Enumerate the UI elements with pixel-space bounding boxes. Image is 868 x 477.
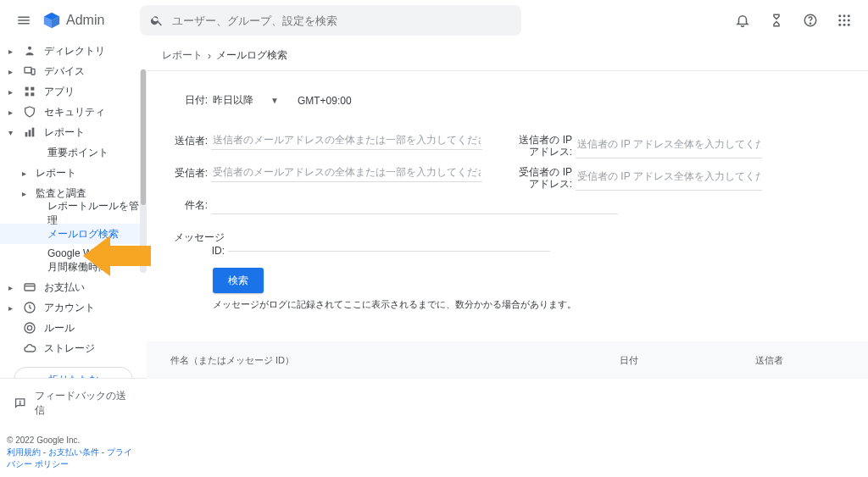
svg-point-4 — [848, 14, 850, 17]
search-input[interactable] — [172, 14, 511, 27]
recipient-label: 受信者: — [170, 163, 211, 182]
collapse-button[interactable]: 折りたたむ — [14, 367, 133, 378]
copyright: © 2022 Google Inc. — [7, 435, 140, 446]
sidebar-item-uptime[interactable]: Google Worksp の 月間稼働時間 — [0, 244, 147, 277]
search-bar[interactable] — [140, 5, 521, 36]
sidebar-item-apps[interactable]: ▸ アプリ — [0, 81, 147, 102]
sidebar-item-security[interactable]: ▸ セキュリティ — [0, 102, 147, 122]
sidebar-item-label: ディレクトリ — [44, 44, 105, 58]
svg-point-9 — [843, 24, 846, 26]
col-sender: 送信者 — [755, 354, 868, 367]
svg-point-6 — [843, 19, 846, 22]
svg-rect-17 — [31, 92, 34, 96]
sidebar-item-label: 監査と調査 — [36, 186, 86, 201]
sidebar-item-devices[interactable]: ▸ デバイス — [0, 61, 147, 81]
breadcrumb: レポート › メールログ検索 — [147, 41, 868, 71]
date-label: 日付: — [170, 90, 211, 111]
svg-point-11 — [28, 47, 31, 50]
sidebar-item-label: レポートルールを管理 — [47, 199, 147, 228]
sidebar-item-highlights[interactable]: 重要ポイント — [0, 142, 147, 163]
sidebar-item-label: Google Worksp の 月間稼働時間 — [47, 247, 131, 274]
shield-icon — [22, 105, 37, 119]
recipient-ip-label: 受信者の IP アドレス: — [516, 163, 576, 191]
svg-point-3 — [843, 14, 846, 17]
svg-rect-15 — [31, 87, 34, 91]
breadcrumb-item[interactable]: レポート — [162, 48, 203, 63]
svg-rect-12 — [25, 67, 31, 73]
hourglass-icon[interactable] — [760, 3, 793, 37]
sidebar-item-label: デバイス — [44, 64, 85, 79]
sender-label: 送信者: — [170, 130, 211, 150]
feedback-icon — [14, 397, 26, 410]
footer-link-billing-terms[interactable]: お支払い条件 — [48, 447, 99, 457]
account-icon — [22, 301, 37, 314]
svg-rect-16 — [25, 92, 29, 96]
search-form: 日付: 昨日以降 ▼ GMT+09:00 送信者: 送信者の IP アドレス: — [147, 71, 868, 311]
svg-point-1 — [810, 23, 810, 24]
svg-rect-19 — [29, 130, 31, 136]
bell-icon[interactable] — [726, 3, 760, 37]
col-subject: 件名（またはメッセージ ID） — [170, 354, 620, 367]
sidebar-item-label: 重要ポイント — [47, 146, 108, 160]
sidebar-nav: ▸ ディレクトリ ▸ デバイス ▸ アプリ ▸ セキュリティ ▾ — [0, 41, 147, 378]
svg-point-7 — [848, 19, 850, 22]
message-id-input[interactable] — [228, 232, 550, 252]
subject-input[interactable] — [211, 195, 618, 214]
svg-rect-18 — [25, 132, 28, 136]
devices-icon — [22, 64, 37, 78]
sidebar-item-label: レポート — [44, 125, 85, 140]
send-feedback-button[interactable]: フィードバックの送信 — [0, 378, 147, 428]
timezone-label: GMT+09:00 — [298, 95, 352, 107]
help-icon[interactable] — [793, 3, 827, 37]
sidebar-item-label: レポート — [36, 166, 76, 180]
sidebar-scrollbar[interactable] — [140, 69, 147, 273]
date-select[interactable]: 昨日以降 ▼ GMT+09:00 — [211, 90, 353, 111]
sidebar-footer: © 2022 Google Inc. 利用規約 - お支払い条件 - プライバシ… — [0, 428, 147, 477]
recipient-ip-input[interactable] — [576, 163, 762, 191]
sidebar-item-account[interactable]: ▸ アカウント — [0, 297, 147, 318]
admin-icon — [42, 11, 61, 30]
results-table-header: 件名（またはメッセージ ID） 日付 送信者 — [147, 341, 868, 379]
sidebar-item-reports[interactable]: ▾ レポート — [0, 122, 147, 142]
sidebar-item-storage[interactable]: ストレージ — [0, 338, 147, 358]
sidebar-item-label: メールログ検索 — [47, 227, 119, 241]
rules-icon — [22, 321, 37, 335]
sidebar-item-directory[interactable]: ▸ ディレクトリ — [0, 41, 147, 61]
product-logo[interactable]: Admin — [42, 11, 104, 30]
svg-point-10 — [848, 24, 850, 26]
date-value: 昨日以降 — [213, 93, 264, 108]
sidebar-item-reports-sub[interactable]: ▸ レポート — [0, 163, 147, 183]
sidebar-item-billing[interactable]: ▸ お支払い — [0, 277, 147, 297]
svg-rect-13 — [31, 69, 35, 75]
cloud-icon — [22, 341, 37, 355]
search-icon — [150, 14, 164, 27]
subject-label: 件名: — [170, 195, 211, 214]
feedback-label: フィードバックの送信 — [35, 389, 133, 418]
recipient-input[interactable] — [211, 163, 482, 182]
apps-grid-icon[interactable] — [827, 3, 861, 37]
sender-ip-label: 送信者の IP アドレス: — [516, 130, 576, 158]
app-name: Admin — [66, 13, 104, 28]
sender-input[interactable] — [211, 130, 482, 150]
breadcrumb-item: メールログ検索 — [216, 48, 287, 63]
svg-point-23 — [25, 323, 35, 333]
sidebar-item-label: お支払い — [44, 280, 85, 295]
sidebar-item-report-rules[interactable]: レポートルールを管理 — [0, 203, 147, 224]
sidebar-item-label: セキュリティ — [44, 105, 105, 119]
footer-link-terms[interactable]: 利用規約 — [7, 447, 41, 457]
directory-icon — [22, 44, 37, 58]
search-button[interactable]: 検索 — [213, 268, 264, 293]
breadcrumb-separator: › — [208, 50, 211, 62]
search-note: メッセージがログに記録されてここに表示されるまでに、数分かかる場合があります。 — [170, 298, 851, 311]
reports-icon — [22, 125, 37, 139]
sender-ip-input[interactable] — [576, 130, 762, 158]
col-date: 日付 — [620, 354, 755, 367]
svg-rect-21 — [25, 284, 35, 291]
message-id-label: メッセージ ID: — [170, 227, 228, 257]
sidebar-item-label: ストレージ — [44, 341, 95, 356]
sidebar-item-label: ルール — [44, 321, 75, 336]
menu-icon[interactable] — [7, 3, 41, 37]
sidebar-item-rules[interactable]: ルール — [0, 318, 147, 338]
apps-icon — [22, 85, 37, 98]
sidebar-item-label: アカウント — [44, 301, 95, 315]
